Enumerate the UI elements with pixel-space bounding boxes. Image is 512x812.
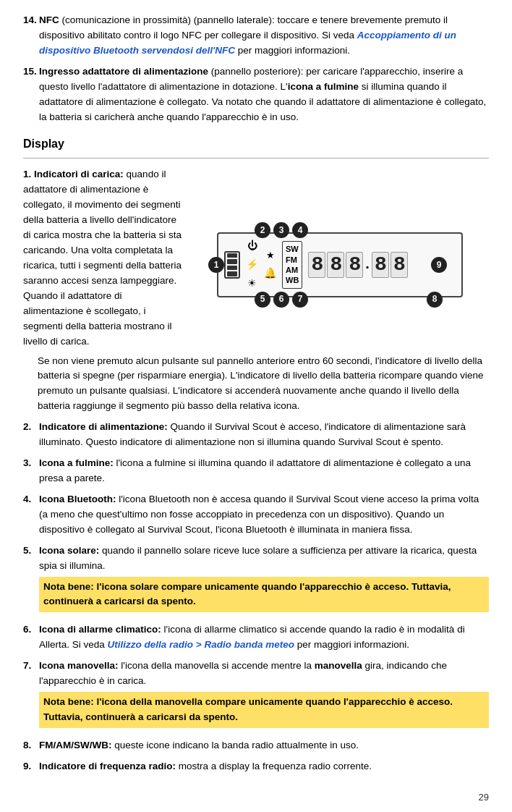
d7-bold: manovella <box>315 660 362 671</box>
d8-body: FM/AM/SW/WB: queste icone indicano la ba… <box>39 738 489 753</box>
item-14-link-suffix: per maggiori informazioni. <box>235 45 350 56</box>
display-item-9: 9. Indicatore di frequenza radio: mostra… <box>23 759 489 774</box>
circle-6: 6 <box>273 292 289 308</box>
band-sw: SW <box>286 244 299 254</box>
d4-num: 4. <box>23 492 39 538</box>
circle-7: 7 <box>292 292 308 308</box>
display-item-2: 2. Indicatore di alimentazione: Quando i… <box>23 420 489 450</box>
page-number: 29 <box>23 792 489 803</box>
seg-d1: 8 <box>308 252 325 278</box>
d6-body: Icona di allarme climatico: l'icona di a… <box>39 622 489 653</box>
band-wb: WB <box>286 275 299 285</box>
d9-label: Indicatore di frequenza radio: <box>39 761 176 771</box>
d6-label: Icona di allarme climatico: <box>39 624 161 635</box>
d7-label: Icona manovella: <box>39 660 119 671</box>
top-circles: 2 3 4 <box>255 222 308 238</box>
item-15-bold: icona a fulmine <box>288 81 359 92</box>
d1-para2: Se non viene premuto alcun pulsante sul … <box>23 354 489 415</box>
lightning-icon: ⚡ <box>246 257 258 273</box>
item-15-body: Ingresso adattatore di alimentazione (pa… <box>39 64 489 125</box>
item-15-num: 15. <box>23 64 39 125</box>
seg-d4: 8 <box>372 252 389 278</box>
battery-seg-2 <box>227 266 237 271</box>
d5-highlight: Nota bene: l'icona solare compare unicam… <box>39 577 489 613</box>
band-am: AM <box>286 265 299 275</box>
inner-panel: ⏻ ⚡ ☀ ★ 🔔 SW FM AM WB <box>217 232 463 297</box>
circle-1: 1 <box>208 257 224 273</box>
d9-body: Indicatore di frequenza radio: mostra a … <box>39 759 489 774</box>
battery-seg-3 <box>227 259 237 264</box>
battery-seg-1 <box>227 271 237 276</box>
d9-num: 9. <box>23 759 39 774</box>
seg-d2: 8 <box>327 252 344 278</box>
alert-icon: 🔔 <box>264 266 276 282</box>
d9-text: mostra a display la frequenza radio corr… <box>179 761 372 771</box>
d7-num: 7. <box>23 659 39 732</box>
battery-section <box>224 251 240 279</box>
d5-label: Icona solare: <box>39 545 99 556</box>
d4-label: Icona Bluetooth: <box>39 494 116 504</box>
d2-num: 2. <box>23 420 39 450</box>
seg-group-sub: 8 8 <box>372 252 408 278</box>
bt-icon: ★ <box>266 248 275 263</box>
d6-link[interactable]: Utilizzo della radio > Radio banda meteo <box>108 639 294 650</box>
circle-2: 2 <box>255 222 270 238</box>
seg-dot: . <box>365 253 370 275</box>
d8-num: 8. <box>23 738 39 753</box>
d8-text: queste icone indicano la banda radio att… <box>114 740 359 750</box>
d5-text: quando il pannello solare riceve luce so… <box>39 545 477 571</box>
band-fm: FM <box>286 255 299 265</box>
circle-5: 5 <box>255 292 270 308</box>
display-item-3: 3. Icona a fulmine: l'icona a fulmine si… <box>23 456 489 486</box>
d7-text: l'icona della manovella si accende mentr… <box>121 660 314 671</box>
display-item-7: 7. Icona manovella: l'icona della manove… <box>23 659 489 732</box>
item-14: 14. NFC (comunicazione in prossimità) (p… <box>23 13 489 59</box>
display-item-1: 1. Indicatori di carica: quando il adatt… <box>23 167 489 414</box>
d5-body: Icona solare: quando il pannello solare … <box>39 544 489 617</box>
display-diagram-container: 2 3 4 1 5 6 7 8 <box>191 167 489 349</box>
section-title: Display <box>23 138 489 151</box>
display-item-1-left: 1. Indicatori di carica: quando il adatt… <box>23 167 182 349</box>
circle-3: 3 <box>273 222 289 238</box>
seg-display: 8 8 8 . 8 8 <box>308 252 408 278</box>
display-item-1-top: 1. Indicatori di carica: quando il adatt… <box>23 167 489 349</box>
sun-icon: ☀ <box>247 276 257 292</box>
item-14-body: NFC (comunicazione in prossimità) (panne… <box>39 13 489 59</box>
d3-label: Icona a fulmine: <box>39 457 114 468</box>
seg-d3: 8 <box>346 252 363 278</box>
display-item-8: 8. FM/AM/SW/WB: queste icone indicano la… <box>23 738 489 753</box>
d2-body: Indicatore di alimentazione: Quando il S… <box>39 420 489 450</box>
item-14-label: NFC <box>39 14 59 25</box>
icon-column: ⏻ ⚡ ☀ <box>246 238 258 291</box>
battery-icon <box>224 251 240 279</box>
d5-num: 5. <box>23 544 39 617</box>
item-15-label-suffix: (pannello posteriore): <box>208 66 303 77</box>
item-14-label-suffix: (comunicazione in prossimità) (pannello … <box>59 14 275 25</box>
d7-highlight: Nota bene: l'icona della manovella compa… <box>39 692 489 728</box>
display-item-6: 6. Icona di allarme climatico: l'icona d… <box>23 622 489 653</box>
seg-d5: 8 <box>391 252 408 278</box>
d8-label: FM/AM/SW/WB: <box>39 740 111 750</box>
item-15: 15. Ingresso adattatore di alimentazione… <box>23 64 489 125</box>
d1-num: 1. <box>23 169 31 179</box>
circle-9-wrap: 9 <box>431 257 447 273</box>
display-item-4: 4. Icona Bluetooth: l'icona Bluetooth no… <box>23 492 489 538</box>
icon-column-2: ★ 🔔 <box>264 248 276 282</box>
d6-num: 6. <box>23 622 39 653</box>
item-15-label: Ingresso adattatore di alimentazione <box>39 66 208 77</box>
section-divider <box>23 158 489 158</box>
bottom-circles: 5 6 7 <box>255 292 308 308</box>
d2-label: Indicatore di alimentazione: <box>39 421 168 432</box>
d1-label: Indicatori di carica: <box>34 169 124 179</box>
band-labels: SW FM AM WB <box>282 241 302 288</box>
section-display: Display 1. Indicatori di carica: quando … <box>23 138 489 774</box>
d3-num: 3. <box>23 456 39 486</box>
circle-4: 4 <box>292 222 308 238</box>
d7-body: Icona manovella: l'icona della manovella… <box>39 659 489 732</box>
item-14-num: 14. <box>23 13 39 59</box>
d4-body: Icona Bluetooth: l'icona Bluetooth non è… <box>39 492 489 538</box>
d3-body: Icona a fulmine: l'icona a fulmine si il… <box>39 456 489 486</box>
display-item-5: 5. Icona solare: quando il pannello sola… <box>23 544 489 617</box>
battery-seg-4 <box>227 253 237 258</box>
seg-group-main: 8 8 8 <box>308 252 363 278</box>
